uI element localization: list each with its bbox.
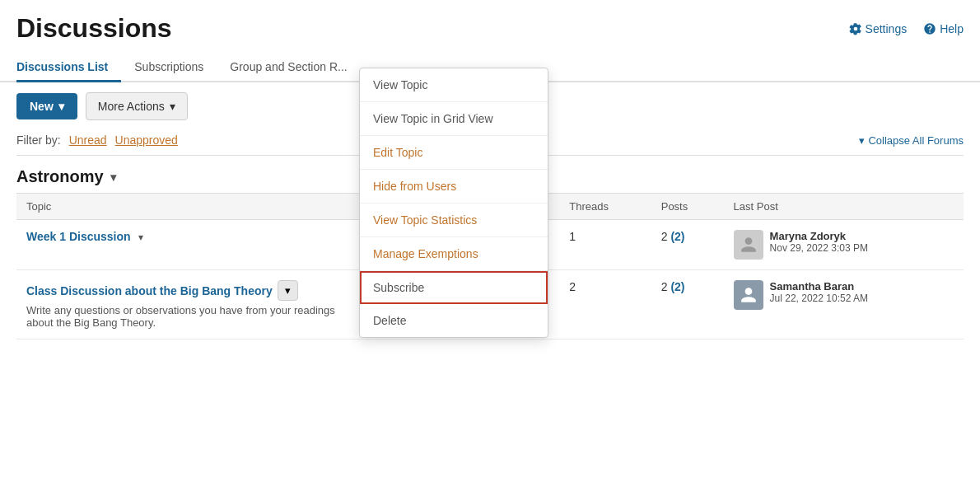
context-menu-item-view-stats[interactable]: View Topic Statistics — [360, 204, 548, 237]
col-posts: Posts — [651, 194, 724, 220]
context-menu-item-manage-exemptions[interactable]: Manage Exemptions — [360, 237, 548, 271]
last-post-author-1: Maryna Zdoryk — [770, 230, 868, 242]
collapse-chevron-icon: ▾ — [859, 134, 865, 147]
topic-name-2[interactable]: Class Discussion about the Big Bang Theo… — [26, 284, 273, 297]
posts-new-2: (2) — [670, 280, 684, 293]
collapse-all-forums[interactable]: ▾ Collapse All Forums — [859, 134, 964, 147]
new-button[interactable]: New ▾ — [16, 93, 77, 119]
context-menu-item-view-topic[interactable]: View Topic — [360, 68, 548, 102]
last-post-cell-1: Maryna Zdoryk Nov 29, 2022 3:03 PM — [724, 220, 964, 270]
page-wrapper: Discussions Settings Help Discussions Li… — [0, 0, 980, 501]
help-link[interactable]: Help — [923, 22, 964, 35]
avatar-1 — [734, 230, 763, 260]
col-last-post: Last Post — [724, 194, 964, 220]
topic-chevron-1[interactable]: ▾ — [138, 232, 143, 243]
tab-subscriptions[interactable]: Subscriptions — [134, 54, 217, 82]
col-threads: Threads — [559, 194, 651, 220]
context-menu-item-view-grid[interactable]: View Topic in Grid View — [360, 102, 548, 136]
more-actions-button[interactable]: More Actions ▾ — [86, 92, 188, 120]
more-actions-label: More Actions — [98, 100, 165, 113]
context-menu-item-hide-users[interactable]: Hide from Users — [360, 170, 548, 204]
threads-count-2: 2 — [569, 280, 576, 293]
gear-icon — [849, 22, 862, 35]
avatar-2 — [734, 280, 763, 310]
header-actions: Settings Help — [849, 22, 964, 35]
filter-unapproved[interactable]: Unapproved — [115, 133, 178, 147]
filter-label: Filter by: — [16, 133, 61, 147]
filter-left: Filter by: Unread Unapproved — [16, 133, 178, 147]
filter-unread[interactable]: Unread — [69, 133, 107, 147]
new-label: New — [30, 100, 54, 113]
settings-label: Settings — [866, 22, 908, 35]
threads-cell-2: 2 — [559, 270, 651, 339]
page-header: Discussions Settings Help — [0, 0, 980, 50]
user-icon — [740, 236, 758, 254]
tab-discussions-list[interactable]: Discussions List — [16, 54, 121, 82]
context-menu-item-subscribe[interactable]: Subscribe — [360, 271, 548, 304]
page-title: Discussions — [16, 13, 172, 44]
last-post-info-2: Samantha Baran Jul 22, 2022 10:52 AM — [734, 280, 954, 310]
threads-count-1: 1 — [569, 230, 576, 243]
posts-count-1: 2 — [661, 230, 668, 243]
context-menu-item-edit-topic[interactable]: Edit Topic — [360, 136, 548, 170]
collapse-all-label: Collapse All Forums — [868, 134, 964, 147]
last-post-info-1: Maryna Zdoryk Nov 29, 2022 3:03 PM — [734, 230, 954, 260]
forum-chevron-icon: ▾ — [110, 171, 116, 184]
more-actions-chevron-icon: ▾ — [170, 100, 175, 113]
last-post-details-1: Maryna Zdoryk Nov 29, 2022 3:03 PM — [770, 230, 868, 254]
last-post-details-2: Samantha Baran Jul 22, 2022 10:52 AM — [770, 280, 868, 304]
forum-name: Astronomy — [16, 167, 104, 186]
context-menu: View Topic View Topic in Grid View Edit … — [359, 68, 548, 338]
posts-new-1: (2) — [670, 230, 684, 243]
posts-cell-2: 2 (2) — [651, 270, 724, 339]
tab-group-section[interactable]: Group and Section R... — [230, 54, 360, 82]
settings-link[interactable]: Settings — [849, 22, 908, 35]
avatar-person-icon — [740, 286, 758, 304]
last-post-cell-2: Samantha Baran Jul 22, 2022 10:52 AM — [724, 270, 964, 339]
help-label: Help — [940, 22, 964, 35]
topic-name-1[interactable]: Week 1 Discussion — [26, 230, 131, 243]
last-post-author-2: Samantha Baran — [770, 280, 868, 293]
last-post-date-2: Jul 22, 2022 10:52 AM — [770, 293, 868, 304]
posts-cell-1: 2 (2) — [651, 220, 724, 270]
last-post-date-1: Nov 29, 2022 3:03 PM — [770, 242, 868, 254]
threads-cell-1: 1 — [559, 220, 651, 270]
posts-count-2: 2 — [661, 280, 668, 293]
help-icon — [923, 22, 936, 35]
topic-desc-2: Write any questions or observations you … — [26, 304, 356, 329]
new-chevron-icon: ▾ — [58, 100, 64, 113]
topic-dropdown-btn-2[interactable]: ▾ — [278, 280, 298, 301]
context-menu-item-delete[interactable]: Delete — [360, 304, 548, 337]
